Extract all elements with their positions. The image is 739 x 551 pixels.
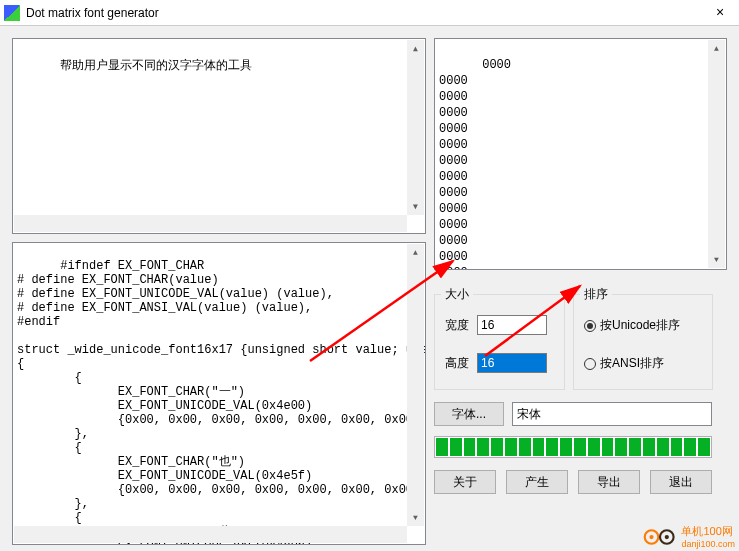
titlebar: Dot matrix font generator ×	[0, 0, 739, 26]
radio-label-ansi: 按ANSI排序	[600, 355, 664, 372]
scroll-down-icon[interactable]: ▼	[407, 198, 424, 215]
hex-output-text: 0000 0000 0000 0000 0000 0000 0000 0000 …	[439, 58, 511, 270]
output-code-text: #ifndef EX_FONT_CHAR # define EX_FONT_CH…	[17, 259, 426, 545]
scroll-down-icon[interactable]: ▼	[407, 509, 424, 526]
svg-point-3	[650, 534, 654, 538]
radio-label-unicode: 按Unicode排序	[600, 317, 680, 334]
scrollbar-vertical[interactable]: ▲ ▼	[407, 244, 424, 526]
height-label: 高度	[445, 355, 477, 372]
output-code-box[interactable]: #ifndef EX_FONT_CHAR # define EX_FONT_CH…	[12, 242, 426, 545]
about-button[interactable]: 关于	[434, 470, 496, 494]
scroll-up-icon[interactable]: ▲	[407, 40, 424, 57]
right-column: 0000 0000 0000 0000 0000 0000 0000 0000 …	[434, 38, 727, 545]
export-button[interactable]: 导出	[578, 470, 640, 494]
client-area: 帮助用户显示不同的汉字字体的工具 ▲ ▼ ◀ ▶ #ifndef EX_FONT…	[0, 26, 739, 551]
generate-button[interactable]: 产生	[506, 470, 568, 494]
bottom-buttons: 关于 产生 导出 退出	[434, 470, 712, 494]
width-input[interactable]	[477, 315, 547, 335]
sort-legend: 排序	[580, 286, 612, 303]
watermark-logo-icon	[643, 528, 677, 546]
window-title: Dot matrix font generator	[26, 6, 705, 20]
scroll-down-icon[interactable]: ▼	[708, 251, 725, 268]
radio-icon	[584, 320, 596, 332]
size-group: 大小 宽度 高度	[434, 286, 565, 390]
radio-icon	[584, 358, 596, 370]
radio-sort-ansi[interactable]: 按ANSI排序	[584, 355, 664, 372]
scrollbar-vertical[interactable]: ▲ ▼	[708, 40, 725, 268]
scroll-up-icon[interactable]: ▲	[407, 244, 424, 261]
hex-output-box[interactable]: 0000 0000 0000 0000 0000 0000 0000 0000 …	[434, 38, 727, 270]
svg-point-5	[665, 534, 669, 538]
watermark-url: danji100.com	[681, 539, 735, 549]
scrollbar-vertical[interactable]: ▲ ▼	[407, 40, 424, 215]
scrollbar-horizontal[interactable]: ◀ ▶	[14, 526, 407, 543]
app-icon	[4, 5, 20, 21]
font-name-display: 宋体	[512, 402, 712, 426]
scrollbar-horizontal[interactable]: ◀ ▶	[14, 215, 407, 232]
width-label: 宽度	[445, 317, 477, 334]
watermark-brand: 单机100网	[681, 524, 735, 539]
font-button[interactable]: 字体...	[434, 402, 504, 426]
progress-bar	[434, 436, 712, 458]
source-text-input[interactable]: 帮助用户显示不同的汉字字体的工具 ▲ ▼ ◀ ▶	[12, 38, 426, 234]
source-text-value: 帮助用户显示不同的汉字字体的工具	[60, 58, 252, 72]
sort-group: 排序 按Unicode排序 按ANSI排序	[573, 286, 713, 390]
radio-sort-unicode[interactable]: 按Unicode排序	[584, 317, 680, 334]
close-icon[interactable]: ×	[705, 3, 735, 23]
exit-button[interactable]: 退出	[650, 470, 712, 494]
left-column: 帮助用户显示不同的汉字字体的工具 ▲ ▼ ◀ ▶ #ifndef EX_FONT…	[12, 38, 426, 545]
size-legend: 大小	[441, 286, 473, 303]
scroll-up-icon[interactable]: ▲	[708, 40, 725, 57]
watermark: 单机100网 danji100.com	[643, 524, 735, 549]
height-input[interactable]	[477, 353, 547, 373]
